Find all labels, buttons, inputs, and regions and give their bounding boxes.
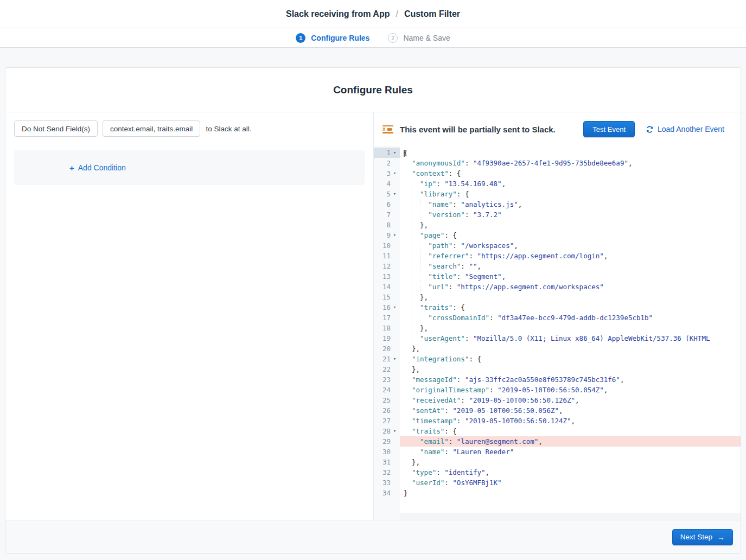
fold-arrow-icon[interactable]: ▾ [391, 168, 399, 179]
rule-suffix-text: to Slack at all. [206, 125, 251, 133]
gutter-line-12: 12 [374, 261, 400, 271]
step-2-label: Name & Save [403, 34, 450, 42]
code-line-12: "search": "", [400, 261, 741, 271]
fold-arrow-icon[interactable]: ▾ [391, 302, 399, 313]
fold-arrow-icon[interactable]: ▾ [391, 426, 399, 436]
gutter-line-9: 9▾ [374, 230, 400, 240]
code-line-32: "type": "identify", [400, 467, 741, 478]
gutter-line-19: 19 [374, 333, 400, 343]
code-line-27: "timestamp": "2019-05-10T00:56:50.124Z", [400, 416, 741, 426]
code-line-30: "name": "Lauren Reeder" [400, 447, 741, 457]
json-event-editor[interactable]: 1▾23▾45▾6789▾10111213141516▾1718192021▾2… [374, 146, 741, 520]
gutter-line-23: 23 [374, 374, 400, 385]
load-another-event-link[interactable]: Load Another Event [646, 125, 724, 133]
code-line-22: }, [400, 364, 741, 374]
gutter-line-27: 27 [374, 416, 400, 426]
code-line-7: "version": "3.7.2" [400, 209, 741, 220]
fold-arrow-icon[interactable]: ▾ [391, 354, 399, 364]
line-number: 8 [374, 220, 391, 230]
line-number: 5 [374, 189, 391, 199]
line-number: 4 [374, 179, 391, 189]
breadcrumb-separator: / [396, 9, 398, 19]
line-number: 26 [374, 405, 391, 416]
test-event-button[interactable]: Test Event [583, 121, 635, 137]
fold-arrow-icon[interactable]: ▾ [391, 148, 399, 158]
next-step-label: Next Step [680, 533, 712, 541]
gutter-line-20: 20 [374, 343, 400, 354]
gutter-line-25: 25 [374, 395, 400, 405]
code-line-6: "name": "analytics.js", [400, 199, 741, 209]
code-line-26: "sentAt": "2019-05-10T00:56:50.056Z", [400, 405, 741, 416]
preview-header: x This event will be partially sent to S… [374, 112, 741, 146]
line-number: 7 [374, 209, 391, 220]
code-line-23: "messageId": "ajs-33ffc2ac0a550e8f053789… [400, 374, 741, 385]
code-line-21: "integrations": { [400, 354, 741, 364]
rule-fields-button[interactable]: context.email, traits.email [103, 120, 200, 137]
code-line-24: "originalTimestamp": "2019-05-10T00:56:5… [400, 385, 741, 395]
line-number: 29 [374, 436, 391, 447]
line-number: 16 [374, 302, 391, 313]
line-number: 9 [374, 230, 391, 240]
line-number: 25 [374, 395, 391, 405]
fold-arrow-icon[interactable]: ▾ [391, 230, 399, 240]
gutter-line-21: 21▾ [374, 354, 400, 364]
line-number: 11 [374, 251, 391, 261]
line-number: 2 [374, 158, 391, 168]
line-number: 24 [374, 385, 391, 395]
gutter-line-16: 16▾ [374, 302, 400, 313]
breadcrumb-current: Custom Filter [404, 9, 460, 19]
gutter-line-6: 6 [374, 199, 400, 209]
line-number: 18 [374, 323, 391, 333]
line-number: 1 [374, 148, 391, 158]
gutter-line-32: 32 [374, 467, 400, 478]
code-line-34: } [400, 488, 741, 498]
plus-icon: + [69, 164, 74, 172]
next-step-button[interactable]: Next Step → [672, 529, 733, 545]
code-line-17: "crossDomainId": "df3a47ee-bcc9-479d-add… [400, 313, 741, 323]
code-line-20: }, [400, 343, 741, 354]
stepper-bar: 1 Configure Rules 2 Name & Save [0, 28, 746, 48]
line-number: 6 [374, 199, 391, 209]
gutter-line-14: 14 [374, 282, 400, 292]
code-line-8: }, [400, 220, 741, 230]
code-line-18: }, [400, 323, 741, 333]
code-line-33: "userId": "OsY6MFBj1K" [400, 478, 741, 488]
add-condition-area: + Add Condition [14, 150, 365, 185]
gutter-line-33: 33 [374, 478, 400, 488]
line-number: 23 [374, 374, 391, 385]
page-title: Configure Rules [5, 68, 741, 112]
gutter-line-10: 10 [374, 240, 400, 251]
gutter-line-3: 3▾ [374, 168, 400, 179]
code-line-14: "url": "https://app.segment.com/workspac… [400, 282, 741, 292]
step-configure-rules[interactable]: 1 Configure Rules [296, 33, 369, 43]
line-number: 3 [374, 168, 391, 179]
card-body: Do Not Send Field(s) context.email, trai… [5, 112, 741, 520]
gutter-line-28: 28▾ [374, 426, 400, 436]
rule-type-button[interactable]: Do Not Send Field(s) [14, 120, 98, 137]
gutter-line-11: 11 [374, 251, 400, 261]
gutter-line-8: 8 [374, 220, 400, 230]
code-line-3: "context": { [400, 168, 741, 179]
code-line-31: }, [400, 457, 741, 467]
gutter-line-7: 7 [374, 209, 400, 220]
editor-horizontal-scrollbar[interactable] [400, 513, 741, 520]
breadcrumb-primary[interactable]: Slack receiving from App [286, 9, 390, 19]
line-number: 31 [374, 457, 391, 467]
step-1-label: Configure Rules [311, 34, 369, 42]
step-name-save[interactable]: 2 Name & Save [388, 33, 450, 43]
add-condition-button[interactable]: + Add Condition [69, 163, 126, 172]
line-number: 12 [374, 261, 391, 271]
line-number: 30 [374, 447, 391, 457]
fold-arrow-icon[interactable]: ▾ [391, 189, 399, 199]
gutter-line-2: 2 [374, 158, 400, 168]
gutter-line-1: 1▾ [374, 148, 400, 158]
code-line-11: "referrer": "https://app.segment.com/log… [400, 251, 741, 261]
code-line-1: { [400, 148, 741, 158]
partial-send-icon: x [382, 125, 393, 133]
gutter-line-29: 29 [374, 436, 400, 447]
line-number: 32 [374, 467, 391, 478]
gutter-line-13: 13 [374, 271, 400, 282]
code-line-29: "email": "lauren@segment.com", [400, 436, 741, 447]
load-another-event-label: Load Another Event [658, 125, 724, 133]
gutter-line-22: 22 [374, 364, 400, 374]
